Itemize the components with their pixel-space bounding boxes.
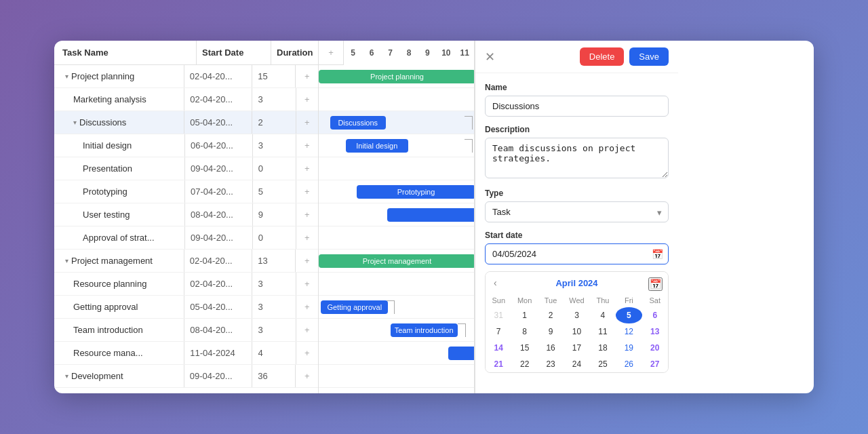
cal-prev-button[interactable]: ‹ <box>494 277 497 288</box>
table-row[interactable]: Marketing analysis02-04-20...3+ <box>54 88 318 111</box>
timeline-row: Discussions <box>319 111 474 134</box>
add-row-button[interactable]: + <box>296 365 318 387</box>
cal-day[interactable]: 8 <box>511 323 537 340</box>
cal-day[interactable]: 24 <box>564 356 589 372</box>
duration-cell: 3 <box>252 319 296 341</box>
type-select[interactable]: Task Milestone Project <box>485 201 669 222</box>
cal-day[interactable]: 23 <box>538 356 564 372</box>
cal-day[interactable]: 27 <box>642 356 668 372</box>
gantt-bar[interactable]: Initial design <box>346 139 408 153</box>
cal-day[interactable]: 20 <box>642 340 668 356</box>
add-row-button[interactable]: + <box>296 111 318 134</box>
gantt-bar[interactable]: Project planning <box>319 70 474 83</box>
timeline-day-header: 11 <box>456 48 474 58</box>
timeline-day-header: 6 <box>362 48 380 58</box>
table-row[interactable]: Initial design06-04-20...3+ <box>54 134 318 157</box>
calendar-icon-right[interactable]: 📅 <box>648 277 663 291</box>
timeline-day-header: 9 <box>418 48 437 58</box>
add-row-button[interactable]: + <box>296 88 318 111</box>
table-row[interactable]: Resource mana...11-04-20244+ <box>54 342 318 365</box>
task-name-label: Discussions <box>79 117 126 127</box>
gantt-bar[interactable]: Getting approval <box>321 300 388 314</box>
gantt-bar[interactable]: Project management <box>319 254 474 268</box>
cal-day[interactable]: 25 <box>590 356 616 372</box>
table-row[interactable]: Resource planning02-04-20...3+ <box>54 273 318 296</box>
add-row-button[interactable]: + <box>296 226 318 249</box>
close-button[interactable]: ✕ <box>485 51 495 63</box>
cal-day-header: Wed <box>564 294 589 307</box>
cal-day[interactable]: 11 <box>590 323 616 340</box>
description-input[interactable]: Team discussions on project strategies. <box>485 138 669 178</box>
add-row-button[interactable]: + <box>296 342 318 364</box>
timeline-row: Team introduction <box>319 319 474 342</box>
start-cell: 11-04-2024 <box>184 342 252 364</box>
table-row[interactable]: Team introduction08-04-20...3+ <box>54 319 318 342</box>
task-cell: Team introduction <box>54 319 184 341</box>
cal-day[interactable]: 10 <box>564 323 589 340</box>
table-row[interactable]: Presentation09-04-20...0+ <box>54 157 318 180</box>
cal-day[interactable]: 17 <box>564 340 589 356</box>
task-cell: Getting approval <box>54 296 184 318</box>
cal-day[interactable]: 7 <box>486 323 511 340</box>
table-row[interactable]: ▾Project management02-04-20...13+ <box>54 250 318 273</box>
cal-day[interactable]: 19 <box>616 340 642 356</box>
add-header-btn[interactable]: + <box>319 41 343 64</box>
add-row-button[interactable]: + <box>296 296 318 318</box>
collapse-chevron-icon[interactable]: ▾ <box>65 372 68 380</box>
table-row[interactable]: User testing08-04-20...9+ <box>54 203 318 226</box>
gantt-bar[interactable]: Team introduction <box>391 323 458 337</box>
table-row[interactable]: Approval of strat...09-04-20...0+ <box>54 226 318 250</box>
cal-day[interactable]: 13 <box>642 323 668 340</box>
collapse-chevron-icon[interactable]: ▾ <box>73 119 77 126</box>
start-cell: 02-04-20... <box>184 88 252 111</box>
add-row-button[interactable]: + <box>296 180 318 203</box>
add-row-button[interactable]: + <box>296 203 318 226</box>
cal-day[interactable]: 22 <box>511 356 537 372</box>
table-row[interactable]: ▾Project planning02-04-20...15+ <box>54 65 318 88</box>
task-name-label: Project management <box>71 256 153 266</box>
cal-day[interactable]: 21 <box>486 356 511 372</box>
cal-day[interactable]: 4 <box>590 307 616 323</box>
cal-day[interactable]: 12 <box>616 323 642 340</box>
cal-day[interactable]: 15 <box>511 340 537 356</box>
duration-cell: 4 <box>252 342 296 364</box>
cal-day[interactable]: 5 <box>616 307 642 323</box>
add-row-button[interactable]: + <box>296 250 318 272</box>
gantt-bar[interactable] <box>448 347 474 360</box>
task-cell: Prototyping <box>54 180 185 203</box>
cal-day[interactable]: 16 <box>538 340 564 356</box>
add-row-button[interactable]: + <box>296 319 318 341</box>
add-row-button[interactable]: + <box>296 134 318 157</box>
collapse-chevron-icon[interactable]: ▾ <box>65 73 68 80</box>
cal-day[interactable]: 9 <box>538 323 564 340</box>
add-row-button[interactable]: + <box>296 273 318 295</box>
cal-day[interactable]: 31 <box>486 307 511 323</box>
calendar-icon[interactable]: 📅 <box>652 249 663 260</box>
save-button[interactable]: Save <box>629 47 669 66</box>
name-input[interactable] <box>485 96 669 117</box>
gantt-bar[interactable] <box>387 208 474 222</box>
cal-day[interactable]: 26 <box>616 356 642 372</box>
cal-day[interactable]: 18 <box>590 340 616 356</box>
table-row[interactable]: Prototyping07-04-20...5+ <box>54 180 318 203</box>
duration-cell: 3 <box>253 134 296 157</box>
add-row-button[interactable]: + <box>296 65 318 87</box>
cal-day[interactable]: 3 <box>564 307 589 323</box>
cal-day[interactable]: 6 <box>642 307 668 323</box>
table-row[interactable]: ▾Discussions05-04-20...2+ <box>54 111 318 134</box>
task-cell: Resource mana... <box>54 342 184 364</box>
collapse-chevron-icon[interactable]: ▾ <box>65 257 68 264</box>
cal-day[interactable]: 1 <box>511 307 537 323</box>
cal-day[interactable]: 2 <box>538 307 564 323</box>
timeline-row <box>319 365 474 388</box>
start-date-input[interactable] <box>485 243 669 264</box>
gantt-bar[interactable]: Discussions <box>330 116 387 130</box>
add-row-button[interactable]: + <box>296 157 318 180</box>
cal-day[interactable]: 14 <box>486 340 511 356</box>
table-row[interactable]: ▾Development09-04-20...36+ <box>54 365 318 388</box>
delete-button[interactable]: Delete <box>580 47 625 66</box>
task-name-label: Team introduction <box>73 325 143 335</box>
table-row[interactable]: Getting approval05-04-20...3+ <box>54 296 318 319</box>
duration-cell: 2 <box>252 111 296 134</box>
gantt-bar[interactable]: Prototyping <box>357 185 474 199</box>
